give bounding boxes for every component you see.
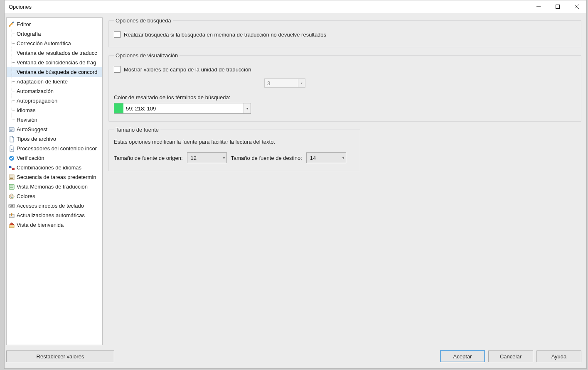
tree-node-autopropagacion[interactable]: Autopropagación <box>7 96 102 105</box>
source-font-size-select[interactable]: 12 ▾ <box>187 152 227 163</box>
checkbox-label: Mostrar valores de campo de la unidad de… <box>124 66 251 73</box>
svg-rect-6 <box>9 166 11 168</box>
file-icon <box>8 136 15 142</box>
update-icon <box>8 212 15 219</box>
pencil-icon <box>8 21 15 28</box>
field-count-stepper: 3 ▾ <box>264 78 305 88</box>
group-legend: Tamaño de fuente <box>114 127 160 133</box>
chevron-down-icon: ▾ <box>342 156 344 160</box>
tree-node-resultados-traduccion[interactable]: Ventana de resultados de traducc <box>7 48 102 58</box>
svg-rect-20 <box>11 205 12 206</box>
svg-rect-2 <box>10 129 13 130</box>
group-search-options: Opciones de búsqueda Realizar búsqueda s… <box>108 17 581 47</box>
svg-point-15 <box>10 196 11 196</box>
settings-panel: Opciones de búsqueda Realizar búsqueda s… <box>108 17 581 345</box>
reset-button[interactable]: Restablecer valores <box>6 350 114 362</box>
checkbox-show-tu-fields[interactable] <box>114 66 121 73</box>
tree-node-revision[interactable]: Revisión <box>7 115 102 125</box>
svg-rect-11 <box>10 178 13 179</box>
stepper-arrow-icon: ▾ <box>298 78 305 88</box>
svg-rect-3 <box>10 130 12 131</box>
dialog-footer: Restablecer valores Aceptar Cancelar Ayu… <box>5 347 586 368</box>
source-font-label: Tamaño de fuente de origen: <box>114 155 183 161</box>
svg-rect-7 <box>12 168 15 170</box>
tree-node-editor[interactable]: Editor <box>7 20 102 29</box>
svg-rect-1 <box>9 127 14 132</box>
chevron-down-icon: ▾ <box>244 103 251 113</box>
title-bar: Opciones <box>5 0 586 13</box>
window-title: Opciones <box>5 4 32 10</box>
stepper-value: 3 <box>264 78 298 88</box>
tree-node-procesadores[interactable]: Procesadores del contenido incor <box>7 144 102 153</box>
svg-point-17 <box>12 197 13 198</box>
group-display-options: Opciones de visualización Mostrar valore… <box>108 52 581 122</box>
select-value: 12 <box>191 155 197 161</box>
window-controls <box>529 0 586 13</box>
tree-label: Editor <box>17 20 31 29</box>
database-icon <box>8 184 15 190</box>
options-dialog: Opciones Editor <box>4 0 587 369</box>
svg-rect-10 <box>10 177 13 177</box>
font-description: Estas opciones modifican la fuente para … <box>114 139 355 145</box>
tree-node-correccion[interactable]: Corrección Automática <box>7 39 102 48</box>
checkbox-label: Realizar búsqueda si la búsqueda en memo… <box>124 32 326 38</box>
list-icon <box>8 174 15 181</box>
group-legend: Opciones de búsqueda <box>114 17 173 24</box>
palette-icon <box>8 193 15 200</box>
help-button[interactable]: Ayuda <box>536 350 581 362</box>
tree-node-coincidencias-fragmento[interactable]: Ventana de coincidencias de frag <box>7 58 102 67</box>
tree-node-ortografia[interactable]: Ortografía <box>7 29 102 39</box>
minimize-button[interactable] <box>529 0 548 13</box>
svg-rect-14 <box>10 187 13 188</box>
tree-node-automatizacion[interactable]: Automatización <box>7 86 102 96</box>
tree-node-vista-tm[interactable]: Vista Memorias de traducción <box>7 182 102 191</box>
svg-point-4 <box>11 149 12 150</box>
maximize-button[interactable] <box>548 0 567 13</box>
svg-rect-22 <box>10 206 13 207</box>
highlight-color-picker[interactable]: 59; 218; 109 ▾ <box>114 103 251 114</box>
tree-node-busqueda-concordancia[interactable]: Ventana de búsqueda de concord <box>7 67 102 77</box>
select-value: 14 <box>310 155 316 161</box>
keyboard-icon <box>8 203 15 209</box>
group-legend: Opciones de visualización <box>114 52 180 59</box>
svg-rect-21 <box>12 205 13 206</box>
svg-rect-19 <box>10 205 10 206</box>
target-font-size-select[interactable]: 14 ▾ <box>306 152 346 163</box>
svg-rect-9 <box>10 176 13 176</box>
home-icon <box>8 222 15 228</box>
tree-node-adaptacion-fuente[interactable]: Adaptación de fuente <box>7 77 102 86</box>
checkbox-search-if-no-tm[interactable] <box>114 31 121 38</box>
tree-node-accesos-directos[interactable]: Accesos directos de teclado <box>7 201 102 211</box>
svg-point-16 <box>11 197 12 198</box>
svg-rect-0 <box>556 5 560 9</box>
tree-node-autosuggest[interactable]: AutoSuggest <box>7 125 102 134</box>
language-pair-icon <box>8 164 15 171</box>
tree-node-verificacion[interactable]: Verificación <box>7 153 102 163</box>
tree-node-combinaciones-idiomas[interactable]: Combinaciones de idiomas <box>7 163 102 172</box>
gear-file-icon <box>8 145 15 152</box>
tree-node-secuencia-tareas[interactable]: Secuencia de tareas predetermin <box>7 172 102 182</box>
highlight-color-label: Color de resaltado de los términos de bú… <box>114 94 576 100</box>
tree-node-actualizaciones[interactable]: Actualizaciones automáticas <box>7 211 102 220</box>
tree-node-bienvenida[interactable]: Vista de bienvenida <box>7 220 102 230</box>
category-tree[interactable]: Editor Ortografía Corrección Automática … <box>6 17 103 345</box>
svg-rect-13 <box>10 186 13 186</box>
chevron-down-icon: ▾ <box>223 156 225 160</box>
check-icon <box>8 155 15 162</box>
tree-node-idiomas[interactable]: Idiomas <box>7 105 102 115</box>
tree-node-colores[interactable]: Colores <box>7 191 102 201</box>
group-font-size: Tamaño de fuente Estas opciones modifica… <box>108 127 360 171</box>
color-value: 59; 218; 109 <box>123 103 244 113</box>
close-button[interactable] <box>567 0 586 13</box>
tree-node-tipos-archivo[interactable]: Tipos de archivo <box>7 134 102 144</box>
color-swatch <box>114 103 123 113</box>
ok-button[interactable]: Aceptar <box>440 350 485 362</box>
target-font-label: Tamaño de fuente de destino: <box>231 155 302 161</box>
cancel-button[interactable]: Cancelar <box>488 350 533 362</box>
lightbulb-icon <box>8 126 15 133</box>
